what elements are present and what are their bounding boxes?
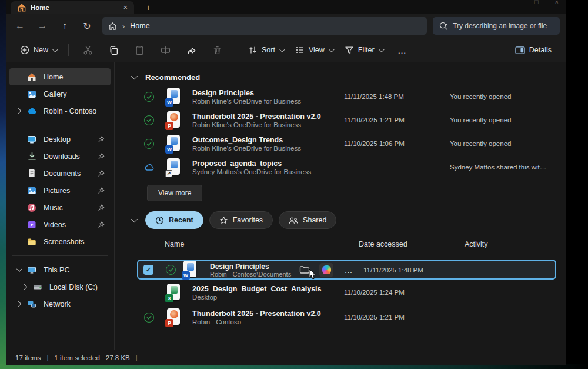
recommended-item[interactable]: P Thunderbolt 2025 - Presentation v2.0 R…	[126, 108, 566, 132]
details-pane-button[interactable]: Details	[509, 41, 557, 59]
sidebar-item-videos[interactable]: Videos	[9, 216, 111, 233]
sidebar-item-label: Home	[44, 73, 106, 81]
chevron-down-icon	[52, 46, 58, 52]
desktop-icon	[26, 135, 38, 144]
music-icon	[26, 203, 38, 212]
file-location: Sydney Mattos's OneDrive for Business	[192, 168, 344, 175]
new-button[interactable]: New	[14, 41, 62, 59]
rename-button[interactable]	[155, 41, 175, 59]
sidebar-item-desktop[interactable]: Desktop	[9, 131, 111, 148]
sidebar-item-downloads[interactable]: Downloads	[9, 148, 111, 165]
breadcrumb-separator-icon: ›	[122, 22, 125, 31]
chevron-down-icon	[279, 46, 285, 52]
address-bar[interactable]: › Home	[102, 17, 427, 35]
section-collapse-icon[interactable]	[131, 73, 138, 79]
column-header-name[interactable]: Name	[165, 240, 359, 248]
sidebar-item-label: Videos	[44, 221, 94, 229]
back-button[interactable]: ←	[9, 17, 31, 35]
file-name: Outcomes_Design Trends	[192, 136, 344, 144]
recommended-item[interactable]: W Design Principles Robin Kline's OneDri…	[126, 85, 566, 108]
file-row[interactable]: P Thunderbolt 2025 - Presentation v2.0 R…	[126, 305, 566, 329]
sidebar-item-gallery[interactable]: Gallery	[9, 85, 111, 102]
column-header-date[interactable]: Date accessed	[359, 240, 465, 248]
powerpoint-file-icon: P	[165, 111, 181, 129]
sidebar-item-music[interactable]: Music	[9, 199, 111, 216]
pin-icon	[96, 153, 106, 160]
file-row-selected[interactable]: ✓ W Design Principles Robin - Contoso\Do…	[137, 260, 556, 280]
sidebar-item-label: Screenshots	[44, 238, 106, 246]
this-pc-icon	[26, 265, 38, 275]
file-explorer-window: Home × + □ × ← → ↑ ↻ › Home Try describi	[6, 0, 566, 365]
section-collapse-icon[interactable]	[131, 216, 138, 222]
file-location: Desktop	[192, 294, 344, 301]
more-options-button[interactable]: …	[392, 41, 412, 59]
sidebar-item-pictures[interactable]: Pictures	[9, 182, 111, 199]
pin-icon	[96, 221, 106, 228]
copy-button[interactable]	[103, 41, 123, 59]
filter-pill-shared[interactable]: Shared	[279, 211, 336, 229]
forward-button[interactable]: →	[32, 17, 53, 35]
sidebar-item-documents[interactable]: Documents	[9, 165, 111, 182]
pin-icon	[96, 170, 106, 177]
share-button[interactable]	[181, 41, 201, 59]
filter-button[interactable]: Filter	[339, 41, 389, 59]
tab-bar: Home × + □ ×	[6, 0, 566, 14]
chevron-right-icon[interactable]	[15, 108, 21, 114]
copilot-button[interactable]	[319, 263, 334, 277]
paste-button[interactable]	[129, 41, 149, 59]
new-tab-button[interactable]: +	[142, 2, 154, 14]
cloud-status-icon	[144, 164, 165, 171]
chevron-right-icon[interactable]	[21, 284, 27, 290]
file-row[interactable]: X 2025_Design_Budget_Cost_Analysis Deskt…	[126, 281, 566, 304]
pictures-icon	[26, 186, 38, 195]
breadcrumb[interactable]: Home	[130, 22, 149, 30]
sidebar-item-label: Network	[44, 300, 106, 308]
sidebar-item-onedrive[interactable]: Robin - Contoso	[9, 102, 111, 119]
file-list-area: Recommended W Design Principles Robin Kl…	[115, 62, 566, 350]
chevron-right-icon[interactable]	[15, 301, 21, 307]
share-icon	[186, 45, 196, 55]
window-maximize-icon[interactable]: □	[534, 0, 539, 5]
sync-status-icon	[166, 265, 182, 275]
cut-button[interactable]	[78, 41, 98, 59]
sidebar-item-label: Pictures	[44, 187, 94, 195]
column-header-activity[interactable]: Activity	[465, 240, 566, 248]
view-button[interactable]: View	[289, 41, 339, 59]
sidebar-item-network[interactable]: Network	[9, 295, 111, 313]
refresh-button[interactable]: ↻	[76, 17, 98, 35]
sidebar-item-this-pc[interactable]: This PC	[9, 261, 111, 278]
filter-pill-favorites[interactable]: Favorites	[209, 211, 273, 229]
sidebar-item-screenshots[interactable]: Screenshots	[9, 233, 111, 250]
activity-text: You recently opened	[450, 117, 566, 124]
row-more-options-button[interactable]: …	[341, 263, 356, 277]
local-disk-icon	[32, 282, 44, 292]
file-name: Design Principles	[210, 262, 297, 271]
rename-icon	[161, 45, 171, 55]
explorer-tab-home[interactable]: Home ×	[11, 1, 134, 14]
tab-close-icon[interactable]: ×	[121, 4, 129, 11]
star-icon	[219, 216, 228, 225]
sort-button[interactable]: Sort	[242, 41, 289, 59]
filter-pill-recent[interactable]: Recent	[145, 211, 203, 229]
delete-button[interactable]	[207, 41, 227, 59]
recommended-item[interactable]: W Outcomes_Design Trends Robin Kline's O…	[126, 132, 566, 155]
view-more-button[interactable]: View more	[147, 185, 202, 201]
row-checkbox[interactable]: ✓	[143, 265, 153, 275]
sort-icon	[248, 45, 258, 55]
videos-icon	[26, 220, 38, 230]
ellipsis-icon: …	[397, 45, 406, 55]
items-count: 17 items	[15, 354, 41, 361]
trash-icon	[212, 45, 222, 55]
sidebar-item-local-disk[interactable]: Local Disk (C:)	[15, 278, 111, 295]
file-location: Robin Kline's OneDrive for Business	[192, 98, 344, 105]
sidebar-item-home[interactable]: Home	[9, 68, 111, 85]
window-close-icon[interactable]: ×	[555, 0, 559, 5]
date-accessed: 11/11/2025 1:48 PM	[363, 267, 469, 274]
up-button[interactable]: ↑	[54, 17, 75, 35]
chevron-down-icon[interactable]	[16, 266, 22, 272]
network-icon	[26, 300, 38, 309]
word-file-icon: W	[182, 261, 198, 279]
recommended-item[interactable]: ↗ Proposed_agenda_topics Sydney Mattos's…	[126, 155, 566, 179]
sidebar-item-label: This PC	[44, 266, 106, 274]
search-input[interactable]: Try describing an image or file	[433, 17, 560, 35]
